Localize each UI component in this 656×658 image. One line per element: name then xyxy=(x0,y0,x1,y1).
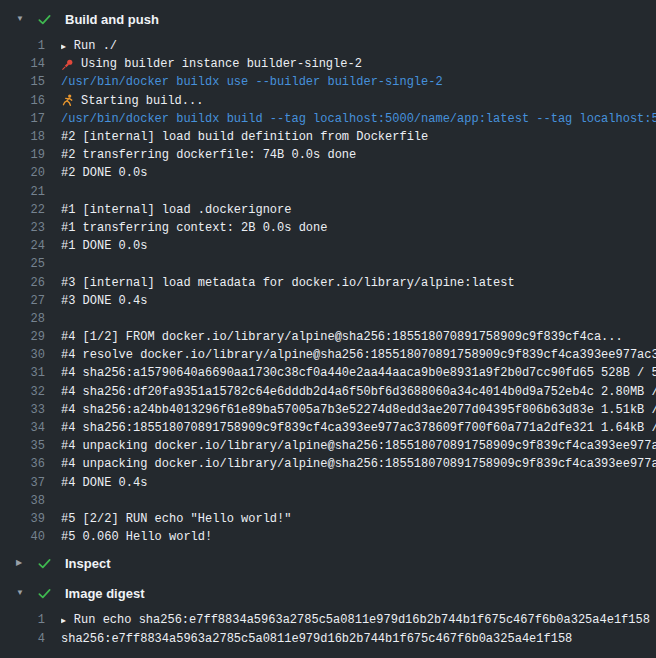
workflow-log-viewer: ▼Build and push1▶Run ./14Using builder i… xyxy=(0,0,656,650)
log-line: 25 xyxy=(0,255,656,273)
log-message: Using builder instance builder-single-2 xyxy=(81,57,362,71)
log-line-content: #5 [2/2] RUN echo "Hello world!" xyxy=(61,512,656,526)
log-line-content: #4 unpacking docker.io/library/alpine@sh… xyxy=(61,457,656,471)
log-line-content: /usr/bin/docker buildx build --tag local… xyxy=(61,112,656,126)
log-line: 30#4 resolve docker.io/library/alpine@sh… xyxy=(0,346,656,364)
line-number[interactable]: 39 xyxy=(0,512,45,526)
log-message: #1 [internal] load .dockerignore xyxy=(61,203,291,217)
line-number[interactable]: 16 xyxy=(0,94,45,108)
log-line-content: ▶Run ./ xyxy=(61,39,656,53)
line-number[interactable]: 38 xyxy=(0,494,45,508)
log-line: 18#2 [internal] load build definition fr… xyxy=(0,128,656,146)
line-number[interactable]: 20 xyxy=(0,166,45,180)
log-line: 24#1 DONE 0.0s xyxy=(0,237,656,255)
log-message: /usr/bin/docker buildx build --tag local… xyxy=(61,112,656,126)
log-message: #2 [internal] load build definition from… xyxy=(61,130,428,144)
log-line-content: #4 DONE 0.4s xyxy=(61,476,656,490)
log-line: 26#3 [internal] load metadata for docker… xyxy=(0,273,656,291)
log-line: 29#4 [1/2] FROM docker.io/library/alpine… xyxy=(0,328,656,346)
log-message: sha256:e7ff8834a5963a2785c5a0811e979d16b… xyxy=(61,632,572,646)
log-line-content: #1 [internal] load .dockerignore xyxy=(61,203,656,217)
line-number[interactable]: 27 xyxy=(0,294,45,308)
log-message: Run echo sha256:e7ff8834a5963a2785c5a081… xyxy=(74,613,650,627)
log-line-content: #4 sha256:185518070891758909c9f839cf4ca3… xyxy=(61,421,656,435)
log-line: 23#1 transferring context: 2B 0.0s done xyxy=(0,219,656,237)
log-line: 27#3 DONE 0.4s xyxy=(0,292,656,310)
step-title: Image digest xyxy=(65,586,144,601)
log-line-content: #4 sha256:df20fa9351a15782c64e6dddb2d4a6… xyxy=(61,385,656,399)
log-line: 16Starting build... xyxy=(0,92,656,110)
log-message: #4 unpacking docker.io/library/alpine@sh… xyxy=(61,457,656,471)
line-number[interactable]: 18 xyxy=(0,130,45,144)
expand-triangle-icon[interactable]: ▶ xyxy=(61,616,66,625)
log-message: #4 resolve docker.io/library/alpine@sha2… xyxy=(61,348,656,362)
chevron-right-icon[interactable]: ▶ xyxy=(16,559,28,567)
log-message: #1 transferring context: 2B 0.0s done xyxy=(61,221,327,235)
log-line: 36#4 unpacking docker.io/library/alpine@… xyxy=(0,455,656,473)
log-line-content: #2 transferring dockerfile: 74B 0.0s don… xyxy=(61,148,656,162)
chevron-down-icon[interactable]: ▼ xyxy=(16,15,28,23)
line-number[interactable]: 1 xyxy=(0,613,45,627)
log-message: #4 [1/2] FROM docker.io/library/alpine@s… xyxy=(61,330,623,344)
line-number[interactable]: 40 xyxy=(0,530,45,544)
line-number[interactable]: 15 xyxy=(0,75,45,89)
line-number[interactable]: 1 xyxy=(0,39,45,53)
log-message: #3 [internal] load metadata for docker.i… xyxy=(61,276,515,290)
check-success-icon xyxy=(37,12,52,27)
log-line-content: #1 DONE 0.0s xyxy=(61,239,656,253)
step-logs: 1▶Run echo sha256:e7ff8834a5963a2785c5a0… xyxy=(0,608,656,649)
log-line: 1▶Run ./ xyxy=(0,37,656,55)
log-line: 14Using builder instance builder-single-… xyxy=(0,55,656,73)
line-number[interactable]: 32 xyxy=(0,385,45,399)
log-line-content: #5 0.060 Hello world! xyxy=(61,530,656,544)
log-line: 32#4 sha256:df20fa9351a15782c64e6dddb2d4… xyxy=(0,383,656,401)
log-message: #5 [2/2] RUN echo "Hello world!" xyxy=(61,512,291,526)
line-number[interactable]: 19 xyxy=(0,148,45,162)
line-number[interactable]: 26 xyxy=(0,276,45,290)
line-number[interactable]: 17 xyxy=(0,112,45,126)
log-message: #2 DONE 0.0s xyxy=(61,166,147,180)
line-number[interactable]: 23 xyxy=(0,221,45,235)
pushpin-icon xyxy=(61,58,74,71)
line-number[interactable]: 4 xyxy=(0,632,45,646)
log-message: /usr/bin/docker buildx use --builder bui… xyxy=(61,75,443,89)
log-line: 38 xyxy=(0,492,656,510)
line-number[interactable]: 34 xyxy=(0,421,45,435)
line-number[interactable]: 36 xyxy=(0,457,45,471)
log-line: 1▶Run echo sha256:e7ff8834a5963a2785c5a0… xyxy=(0,611,656,629)
chevron-down-icon[interactable]: ▼ xyxy=(16,589,28,597)
line-number[interactable]: 37 xyxy=(0,476,45,490)
log-line-content: #4 sha256:a15790640a6690aa1730c38cf0a440… xyxy=(61,366,656,380)
log-message: Run ./ xyxy=(74,39,117,53)
log-line-content: ▶Run echo sha256:e7ff8834a5963a2785c5a08… xyxy=(61,613,656,627)
line-number[interactable]: 35 xyxy=(0,439,45,453)
step-title: Build and push xyxy=(65,12,159,27)
log-message: Starting build... xyxy=(81,94,203,108)
log-line: 34#4 sha256:185518070891758909c9f839cf4c… xyxy=(0,419,656,437)
line-number[interactable]: 30 xyxy=(0,348,45,362)
step-header[interactable]: ▼Image digest xyxy=(0,578,656,608)
check-success-icon xyxy=(37,586,52,601)
log-line-content: #2 [internal] load build definition from… xyxy=(61,130,656,144)
log-line: 39#5 [2/2] RUN echo "Hello world!" xyxy=(0,510,656,528)
expand-triangle-icon[interactable]: ▶ xyxy=(61,42,66,51)
log-line-content: #4 sha256:a24bb4013296f61e89ba57005a7b3e… xyxy=(61,403,656,417)
line-number[interactable]: 28 xyxy=(0,312,45,326)
step-header[interactable]: ▶Inspect xyxy=(0,548,656,578)
line-number[interactable]: 21 xyxy=(0,185,45,199)
line-number[interactable]: 14 xyxy=(0,57,45,71)
line-number[interactable]: 33 xyxy=(0,403,45,417)
log-line: 20#2 DONE 0.0s xyxy=(0,164,656,182)
line-number[interactable]: 24 xyxy=(0,239,45,253)
line-number[interactable]: 31 xyxy=(0,366,45,380)
step-logs: 1▶Run ./14Using builder instance builder… xyxy=(0,34,656,548)
log-line: 31#4 sha256:a15790640a6690aa1730c38cf0a4… xyxy=(0,364,656,382)
log-message: #4 DONE 0.4s xyxy=(61,476,147,490)
log-line: 4sha256:e7ff8834a5963a2785c5a0811e979d16… xyxy=(0,629,656,647)
line-number[interactable]: 25 xyxy=(0,257,45,271)
log-line: 17/usr/bin/docker buildx build --tag loc… xyxy=(0,110,656,128)
line-number[interactable]: 22 xyxy=(0,203,45,217)
line-number[interactable]: 29 xyxy=(0,330,45,344)
step-header[interactable]: ▼Build and push xyxy=(0,4,656,34)
log-line-content: Starting build... xyxy=(61,94,656,108)
